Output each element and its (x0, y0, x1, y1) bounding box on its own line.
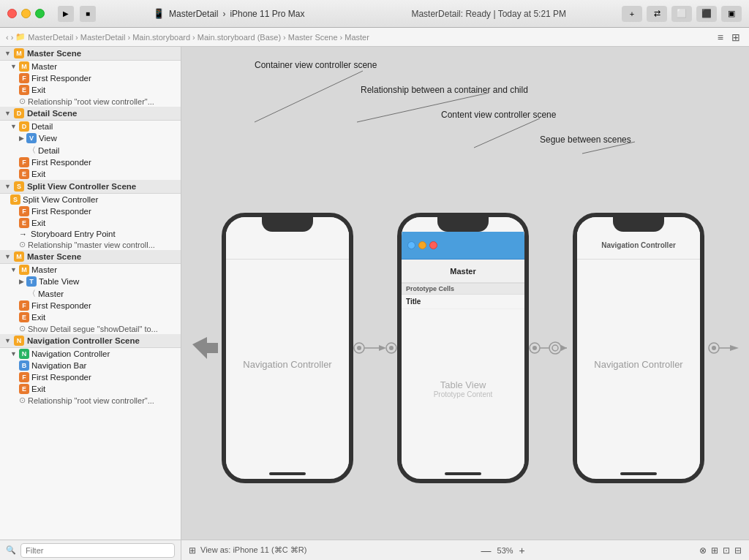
stop-button[interactable]: ■ (80, 6, 96, 22)
reconnect-button[interactable]: ⇄ (647, 6, 667, 22)
nav-bar-label-2: Navigation Controller (577, 232, 700, 260)
filter-icon: 🔍 (6, 545, 16, 555)
scene-header-split[interactable]: ▼ S Split View Controller Scene (0, 180, 181, 194)
breadcrumb-item-5[interactable]: Master Scene (288, 33, 338, 42)
breadcrumb: ‹ › 📁 MasterDetail › MasterDetail › Main… (0, 28, 749, 47)
play-button[interactable]: ▶ (58, 6, 74, 22)
connector-2 (529, 337, 573, 359)
connector-3 (704, 337, 748, 359)
canvas-tools-icon-4[interactable]: ⊟ (734, 545, 742, 556)
sidebar-item-first-responder-4[interactable]: F First Responder (0, 300, 181, 311)
sidebar-item-exit-1[interactable]: E Exit (0, 84, 181, 96)
sidebar-item-relationship-2[interactable]: ⊙ Relationship "master view controll... (0, 239, 181, 250)
maximize-button[interactable] (35, 9, 45, 18)
sidebar-item-exit-3[interactable]: E Exit (0, 217, 181, 229)
svg-line-2 (474, 118, 540, 148)
sidebar-item-first-responder-5[interactable]: F First Responder (0, 371, 181, 383)
layout-btn-3[interactable]: ▣ (721, 6, 742, 22)
annotation-content-scene: Content view controller scene (441, 110, 556, 120)
scene-header-master2[interactable]: ▼ M Master Scene (0, 250, 181, 264)
canvas-tools-icon-3[interactable]: ⊡ (723, 545, 730, 556)
zoom-in-button[interactable]: + (519, 545, 525, 556)
grid-view-btn[interactable]: ⊞ (729, 31, 743, 43)
filter-input[interactable] (20, 543, 175, 558)
sidebar-item-first-responder-1[interactable]: F First Responder (0, 72, 181, 84)
build-status: MasterDetail: Ready | Today at 5:21 PM (362, 9, 617, 19)
svg-line-1 (357, 93, 489, 122)
minimize-button[interactable] (21, 9, 31, 18)
sidebar-item-table-view[interactable]: ▶ T Table View (0, 276, 181, 287)
breadcrumb-item-2[interactable]: MasterDetail (80, 33, 126, 42)
svg-point-12 (532, 346, 537, 350)
scene-group-split: ▼ S Split View Controller Scene S Split … (0, 180, 181, 250)
sidebar-item-exit-2[interactable]: E Exit (0, 168, 181, 180)
iphone-nav-controller-2[interactable]: Navigation Controller Navigation Control… (573, 213, 704, 483)
iphone-master-scene[interactable]: Master Prototype Cells Title Table View … (397, 213, 529, 483)
breadcrumb-item-1[interactable]: MasterDetail (28, 33, 73, 42)
close-button[interactable] (7, 9, 17, 18)
breadcrumb-item-6[interactable]: Master (345, 33, 369, 42)
sidebar-item-first-responder-2[interactable]: F First Responder (0, 156, 181, 168)
annotation-container-scene: Container view controller scene (255, 60, 377, 70)
sidebar-item-split-controller[interactable]: S Split View Controller (0, 194, 181, 205)
table-view-label: Table View (440, 379, 486, 390)
sidebar-item-nav-controller[interactable]: ▼ N Navigation Controller (0, 348, 181, 360)
layout-btn-1[interactable]: ⬜ (671, 6, 692, 22)
canvas-tools-icon-1[interactable]: ⊗ (699, 545, 707, 556)
sidebar-item-detail[interactable]: ▼ D Detail (0, 121, 181, 132)
svg-marker-8 (379, 345, 386, 351)
iphone-nav-controller-1[interactable]: Navigation Controller (222, 213, 353, 483)
scene-group-detail: ▼ D Detail Scene ▼ D Detail ▶ V View 〈 D… (0, 107, 181, 180)
sidebar-item-exit-4[interactable]: E Exit (0, 311, 181, 323)
list-view-btn[interactable]: ≡ (715, 31, 726, 43)
scene-header-detail[interactable]: ▼ D Detail Scene (0, 107, 181, 121)
sidebar-item-exit-5[interactable]: E Exit (0, 383, 181, 395)
svg-marker-4 (192, 337, 218, 359)
sidebar-item-first-responder-3[interactable]: F First Responder (0, 205, 181, 217)
device-name: iPhone 11 Pro Max (230, 9, 304, 19)
split-scene-label: Split View Controller Scene (27, 182, 136, 191)
svg-point-6 (357, 346, 361, 350)
scene-header-nav[interactable]: ▼ N Navigation Controller Scene (0, 334, 181, 348)
sidebar-item-master[interactable]: ▼ M Master (0, 61, 181, 72)
sidebar-item-view[interactable]: ▶ V View (0, 132, 181, 144)
bottom-bar: ⊞ View as: iPhone 11 (⌘C ⌘R) — 53% + ⊗ ⊞… (181, 540, 749, 560)
storyboard-canvas: Navigation Controller (181, 156, 749, 540)
project-name: MasterDetail (169, 9, 218, 19)
master-title: Master (402, 260, 524, 283)
svg-line-3 (582, 142, 635, 154)
sidebar-item-storyboard-entry[interactable]: → Storyboard Entry Point (0, 229, 181, 239)
sidebar: ▼ M Master Scene ▼ M Master F First Resp… (0, 47, 181, 560)
canvas-tools-icon-2[interactable]: ⊞ (711, 545, 718, 556)
sidebar-item-relationship-3[interactable]: ⊙ Relationship "root view controller"... (0, 395, 181, 406)
canvas-size-icon: ⊞ (189, 545, 196, 556)
prototype-content-label: Prototype Content (434, 390, 493, 398)
sidebar-item-master-label[interactable]: 〈 Master (0, 287, 181, 300)
sidebar-item-master2[interactable]: ▼ M Master (0, 264, 181, 276)
sidebar-item-detail-label[interactable]: 〈 Detail (0, 144, 181, 156)
annotation-relationship: Relationship between a container and chi… (361, 85, 528, 95)
sidebar-content: ▼ M Master Scene ▼ M Master F First Resp… (0, 47, 181, 540)
nav-controller-label-2: Navigation Controller (594, 359, 682, 370)
scene-header-master[interactable]: ▼ M Master Scene (0, 47, 181, 61)
entry-point-arrow (192, 337, 218, 359)
titlebar-center: 📱 MasterDetail › iPhone 11 Pro Max (102, 8, 356, 19)
annotation-svg (181, 53, 749, 162)
layout-btn-2[interactable]: ⬛ (696, 6, 717, 22)
sidebar-item-segue[interactable]: ⊙ Show Detail segue "showDetail" to... (0, 323, 181, 334)
detail-scene-label: Detail Scene (27, 109, 77, 118)
svg-marker-21 (730, 345, 739, 351)
nav-forward[interactable]: › (11, 33, 14, 42)
nav-back[interactable]: ‹ (6, 33, 9, 42)
scene-group-nav: ▼ N Navigation Controller Scene ▼ N Navi… (0, 334, 181, 406)
zoom-out-button[interactable]: — (481, 545, 492, 556)
breadcrumb-item-3[interactable]: Main.storyboard (132, 33, 190, 42)
master-scene2-label: Master Scene (27, 252, 81, 261)
breadcrumb-item-4[interactable]: Main.storyboard (Base) (197, 33, 281, 42)
annotation-segue: Segue between scenes (540, 135, 631, 145)
svg-point-15 (552, 345, 558, 351)
sidebar-item-nav-bar[interactable]: B Navigation Bar (0, 360, 181, 371)
sidebar-filter: 🔍 (0, 540, 181, 560)
sidebar-item-relationship-1[interactable]: ⊙ Relationship "root view controller"... (0, 96, 181, 107)
add-button[interactable]: + (622, 6, 642, 22)
